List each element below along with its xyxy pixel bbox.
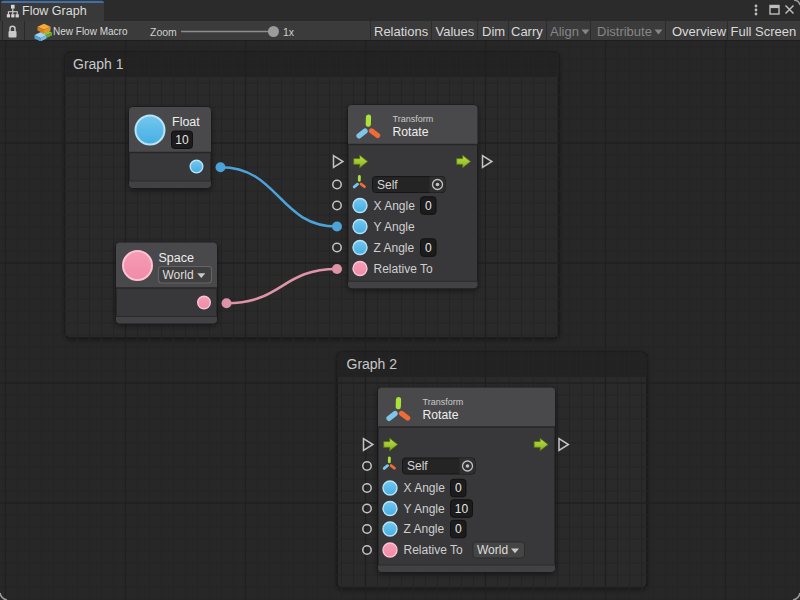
svg-text:Relative To: Relative To [374,262,433,276]
svg-text:X Angle: X Angle [374,199,416,213]
svg-text:Transform: Transform [423,397,464,407]
svg-text:0: 0 [455,481,462,495]
svg-text:0: 0 [455,522,462,536]
svg-text:Relative To: Relative To [404,543,463,557]
svg-text:10: 10 [175,133,189,147]
svg-text:Y Angle: Y Angle [374,220,415,234]
svg-text:10: 10 [455,502,469,516]
svg-text:Rotate: Rotate [423,408,459,422]
svg-text:X Angle: X Angle [404,481,446,495]
svg-text:Rotate: Rotate [393,125,429,139]
svg-text:Self: Self [377,178,398,192]
svg-text:Z Angle: Z Angle [374,241,415,255]
svg-text:Z Angle: Z Angle [404,522,445,536]
svg-text:0: 0 [425,199,432,213]
svg-text:Transform: Transform [393,114,434,124]
svg-text:World: World [163,268,194,282]
svg-text:Graph 2: Graph 2 [347,356,398,372]
svg-text:Graph 1: Graph 1 [73,56,124,72]
svg-text:0: 0 [425,241,432,255]
svg-text:Y Angle: Y Angle [404,502,445,516]
svg-text:Float: Float [172,115,200,129]
svg-text:Self: Self [407,459,428,473]
svg-text:Space: Space [159,251,194,265]
svg-text:World: World [477,543,508,557]
